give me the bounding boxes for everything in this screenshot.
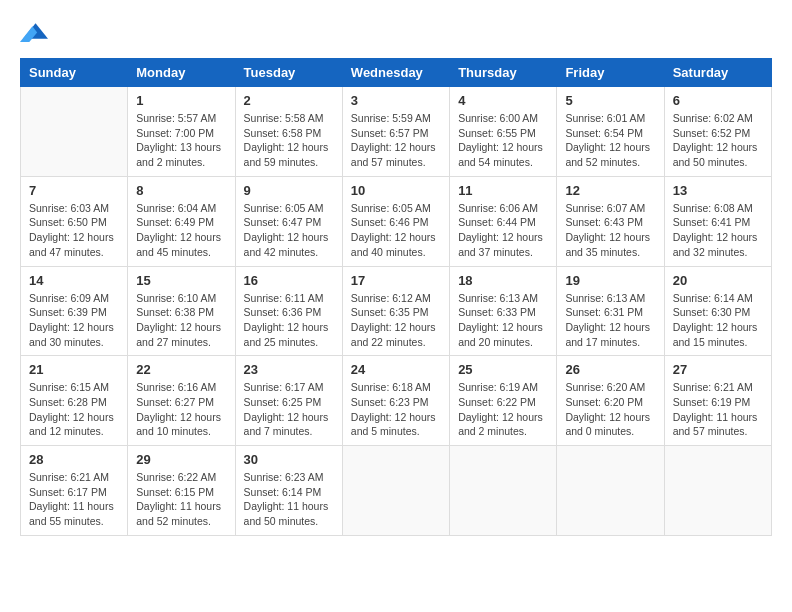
page-header — [20, 20, 772, 42]
calendar-cell: 13 Sunrise: 6:08 AM Sunset: 6:41 PM Dayl… — [664, 176, 771, 266]
sunrise-text: Sunrise: 6:11 AM — [244, 292, 324, 304]
day-info: Sunrise: 5:57 AM Sunset: 7:00 PM Dayligh… — [136, 111, 226, 170]
daylight-text: Daylight: 12 hours and 0 minutes. — [565, 411, 650, 438]
day-info: Sunrise: 6:06 AM Sunset: 6:44 PM Dayligh… — [458, 201, 548, 260]
daylight-text: Daylight: 12 hours and 50 minutes. — [673, 141, 758, 168]
calendar-table: SundayMondayTuesdayWednesdayThursdayFrid… — [20, 58, 772, 536]
logo-icon — [20, 20, 48, 42]
sunset-text: Sunset: 6:49 PM — [136, 216, 214, 228]
sunset-text: Sunset: 6:20 PM — [565, 396, 643, 408]
calendar-cell: 23 Sunrise: 6:17 AM Sunset: 6:25 PM Dayl… — [235, 356, 342, 446]
sunset-text: Sunset: 6:43 PM — [565, 216, 643, 228]
day-info: Sunrise: 6:08 AM Sunset: 6:41 PM Dayligh… — [673, 201, 763, 260]
sunrise-text: Sunrise: 6:05 AM — [351, 202, 431, 214]
day-number: 18 — [458, 273, 548, 288]
sunrise-text: Sunrise: 6:13 AM — [565, 292, 645, 304]
weekday-header-row: SundayMondayTuesdayWednesdayThursdayFrid… — [21, 59, 772, 87]
day-number: 13 — [673, 183, 763, 198]
daylight-text: Daylight: 13 hours and 2 minutes. — [136, 141, 221, 168]
calendar-cell: 29 Sunrise: 6:22 AM Sunset: 6:15 PM Dayl… — [128, 446, 235, 536]
daylight-text: Daylight: 12 hours and 22 minutes. — [351, 321, 436, 348]
daylight-text: Daylight: 12 hours and 7 minutes. — [244, 411, 329, 438]
day-info: Sunrise: 6:12 AM Sunset: 6:35 PM Dayligh… — [351, 291, 441, 350]
sunset-text: Sunset: 6:28 PM — [29, 396, 107, 408]
sunrise-text: Sunrise: 6:22 AM — [136, 471, 216, 483]
calendar-cell — [342, 446, 449, 536]
daylight-text: Daylight: 12 hours and 5 minutes. — [351, 411, 436, 438]
daylight-text: Daylight: 12 hours and 37 minutes. — [458, 231, 543, 258]
calendar-cell: 5 Sunrise: 6:01 AM Sunset: 6:54 PM Dayli… — [557, 87, 664, 177]
day-number: 28 — [29, 452, 119, 467]
day-number: 15 — [136, 273, 226, 288]
day-info: Sunrise: 6:23 AM Sunset: 6:14 PM Dayligh… — [244, 470, 334, 529]
sunrise-text: Sunrise: 5:57 AM — [136, 112, 216, 124]
weekday-header-wednesday: Wednesday — [342, 59, 449, 87]
calendar-cell: 1 Sunrise: 5:57 AM Sunset: 7:00 PM Dayli… — [128, 87, 235, 177]
calendar-cell: 6 Sunrise: 6:02 AM Sunset: 6:52 PM Dayli… — [664, 87, 771, 177]
sunrise-text: Sunrise: 6:21 AM — [29, 471, 109, 483]
day-number: 27 — [673, 362, 763, 377]
day-info: Sunrise: 6:13 AM Sunset: 6:31 PM Dayligh… — [565, 291, 655, 350]
calendar-cell: 11 Sunrise: 6:06 AM Sunset: 6:44 PM Dayl… — [450, 176, 557, 266]
daylight-text: Daylight: 12 hours and 20 minutes. — [458, 321, 543, 348]
sunrise-text: Sunrise: 6:08 AM — [673, 202, 753, 214]
calendar-week-row: 7 Sunrise: 6:03 AM Sunset: 6:50 PM Dayli… — [21, 176, 772, 266]
day-info: Sunrise: 6:05 AM Sunset: 6:46 PM Dayligh… — [351, 201, 441, 260]
sunrise-text: Sunrise: 6:09 AM — [29, 292, 109, 304]
day-info: Sunrise: 6:21 AM Sunset: 6:17 PM Dayligh… — [29, 470, 119, 529]
daylight-text: Daylight: 12 hours and 35 minutes. — [565, 231, 650, 258]
sunset-text: Sunset: 6:54 PM — [565, 127, 643, 139]
sunset-text: Sunset: 6:46 PM — [351, 216, 429, 228]
day-number: 20 — [673, 273, 763, 288]
day-number: 14 — [29, 273, 119, 288]
daylight-text: Daylight: 12 hours and 40 minutes. — [351, 231, 436, 258]
sunset-text: Sunset: 6:41 PM — [673, 216, 751, 228]
day-info: Sunrise: 5:59 AM Sunset: 6:57 PM Dayligh… — [351, 111, 441, 170]
sunset-text: Sunset: 6:47 PM — [244, 216, 322, 228]
weekday-header-monday: Monday — [128, 59, 235, 87]
calendar-cell: 17 Sunrise: 6:12 AM Sunset: 6:35 PM Dayl… — [342, 266, 449, 356]
calendar-week-row: 28 Sunrise: 6:21 AM Sunset: 6:17 PM Dayl… — [21, 446, 772, 536]
calendar-cell: 14 Sunrise: 6:09 AM Sunset: 6:39 PM Dayl… — [21, 266, 128, 356]
calendar-cell — [664, 446, 771, 536]
day-number: 3 — [351, 93, 441, 108]
calendar-cell: 20 Sunrise: 6:14 AM Sunset: 6:30 PM Dayl… — [664, 266, 771, 356]
calendar-cell: 7 Sunrise: 6:03 AM Sunset: 6:50 PM Dayli… — [21, 176, 128, 266]
sunrise-text: Sunrise: 6:19 AM — [458, 381, 538, 393]
day-info: Sunrise: 6:10 AM Sunset: 6:38 PM Dayligh… — [136, 291, 226, 350]
calendar-cell: 24 Sunrise: 6:18 AM Sunset: 6:23 PM Dayl… — [342, 356, 449, 446]
weekday-header-friday: Friday — [557, 59, 664, 87]
weekday-header-thursday: Thursday — [450, 59, 557, 87]
sunset-text: Sunset: 6:35 PM — [351, 306, 429, 318]
sunset-text: Sunset: 6:44 PM — [458, 216, 536, 228]
daylight-text: Daylight: 12 hours and 27 minutes. — [136, 321, 221, 348]
day-number: 23 — [244, 362, 334, 377]
sunrise-text: Sunrise: 6:05 AM — [244, 202, 324, 214]
sunset-text: Sunset: 6:17 PM — [29, 486, 107, 498]
daylight-text: Daylight: 12 hours and 57 minutes. — [351, 141, 436, 168]
day-info: Sunrise: 6:09 AM Sunset: 6:39 PM Dayligh… — [29, 291, 119, 350]
calendar-cell: 3 Sunrise: 5:59 AM Sunset: 6:57 PM Dayli… — [342, 87, 449, 177]
sunset-text: Sunset: 6:25 PM — [244, 396, 322, 408]
calendar-cell: 22 Sunrise: 6:16 AM Sunset: 6:27 PM Dayl… — [128, 356, 235, 446]
day-number: 8 — [136, 183, 226, 198]
day-info: Sunrise: 6:07 AM Sunset: 6:43 PM Dayligh… — [565, 201, 655, 260]
daylight-text: Daylight: 11 hours and 50 minutes. — [244, 500, 329, 527]
sunrise-text: Sunrise: 6:12 AM — [351, 292, 431, 304]
day-number: 29 — [136, 452, 226, 467]
daylight-text: Daylight: 12 hours and 30 minutes. — [29, 321, 114, 348]
day-info: Sunrise: 6:17 AM Sunset: 6:25 PM Dayligh… — [244, 380, 334, 439]
logo — [20, 20, 52, 42]
day-number: 11 — [458, 183, 548, 198]
day-number: 24 — [351, 362, 441, 377]
calendar-cell: 8 Sunrise: 6:04 AM Sunset: 6:49 PM Dayli… — [128, 176, 235, 266]
calendar-cell: 25 Sunrise: 6:19 AM Sunset: 6:22 PM Dayl… — [450, 356, 557, 446]
calendar-cell: 9 Sunrise: 6:05 AM Sunset: 6:47 PM Dayli… — [235, 176, 342, 266]
sunset-text: Sunset: 6:50 PM — [29, 216, 107, 228]
daylight-text: Daylight: 11 hours and 57 minutes. — [673, 411, 758, 438]
day-number: 5 — [565, 93, 655, 108]
sunrise-text: Sunrise: 6:16 AM — [136, 381, 216, 393]
day-info: Sunrise: 6:02 AM Sunset: 6:52 PM Dayligh… — [673, 111, 763, 170]
day-number: 12 — [565, 183, 655, 198]
daylight-text: Daylight: 12 hours and 15 minutes. — [673, 321, 758, 348]
